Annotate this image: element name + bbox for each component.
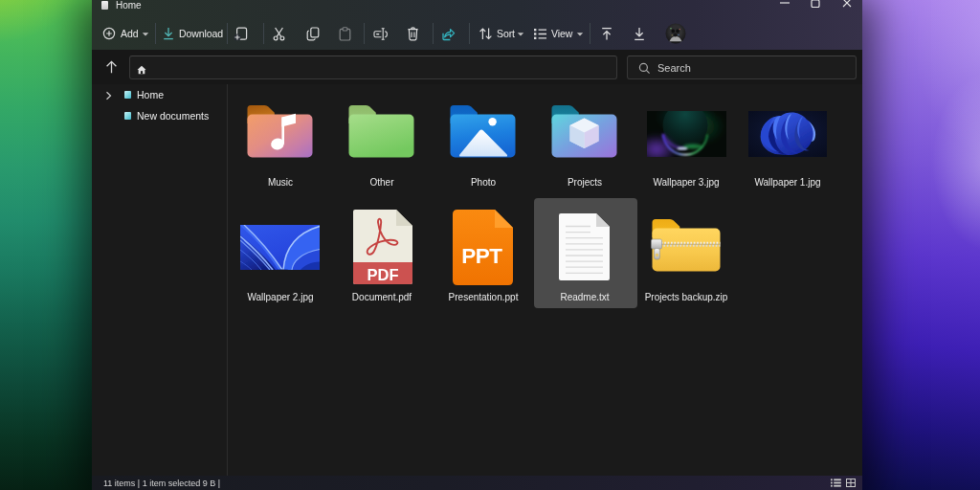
svg-text:PDF: PDF [368,266,399,283]
svg-text:PPT: PPT [461,244,502,268]
